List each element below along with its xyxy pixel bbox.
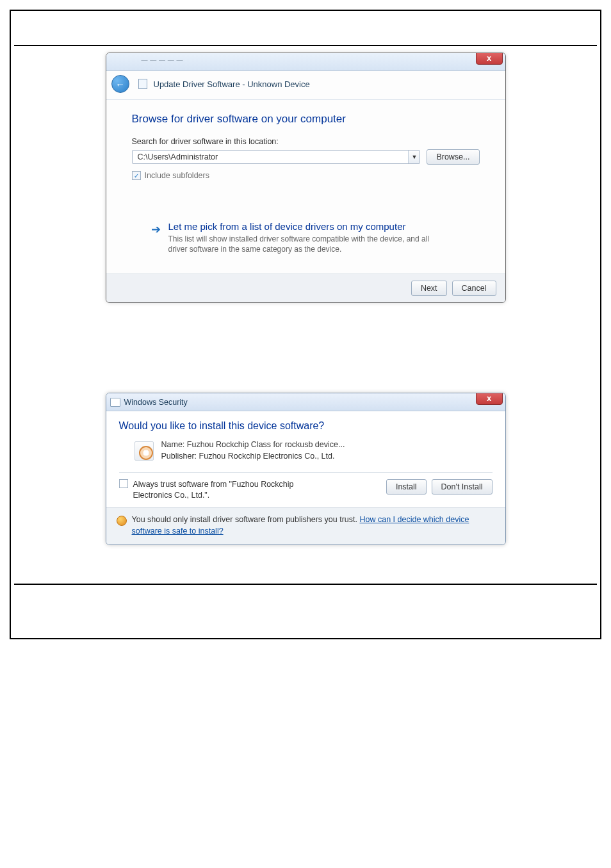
cancel-button[interactable]: Cancel	[452, 281, 496, 296]
security-main-instruction: Would you like to install this device so…	[119, 420, 493, 432]
driver-publisher-line: Publisher: Fuzhou Rockchip Electronics C…	[161, 451, 345, 463]
separator	[119, 472, 493, 473]
command-link-title: Let me pick from a list of device driver…	[168, 221, 450, 232]
path-dropdown-toggle[interactable]: ▼	[408, 151, 420, 163]
close-button[interactable]: x	[476, 53, 503, 65]
back-arrow-icon: ←	[115, 79, 125, 90]
command-link-description: This list will show installed driver sof…	[168, 234, 450, 254]
system-dialog-icon	[110, 398, 120, 407]
page-header-bar	[14, 14, 597, 46]
include-subfolders-label: Include subfolders	[145, 171, 209, 180]
chevron-down-icon: ▼	[411, 154, 417, 160]
parent-window-blur-text: — — — — —	[142, 56, 184, 63]
install-button[interactable]: Install	[386, 479, 427, 495]
check-icon: ✓	[134, 172, 139, 179]
security-close-button[interactable]: x	[476, 393, 503, 405]
browse-button[interactable]: Browse...	[427, 149, 479, 165]
path-input[interactable]	[133, 151, 409, 163]
back-button[interactable]: ←	[111, 75, 129, 93]
update-driver-dialog: — — — — — x ← Update Driver Software - U…	[106, 53, 506, 303]
path-combobox[interactable]: ▼	[132, 150, 421, 164]
wizard-header: ← Update Driver Software - Unknown Devic…	[106, 71, 505, 100]
security-title: Windows Security	[124, 398, 188, 407]
include-subfolders-checkbox[interactable]: ✓	[132, 171, 141, 180]
search-location-label: Search for driver software in this locat…	[132, 137, 480, 146]
next-button[interactable]: Next	[411, 281, 447, 296]
driver-doc-icon	[138, 79, 147, 89]
arrow-right-icon: ➔	[151, 222, 161, 254]
dont-install-button[interactable]: Don't Install	[432, 479, 493, 495]
security-titlebar: Windows Security x	[106, 393, 505, 411]
main-instruction: Browse for driver software on your compu…	[132, 113, 480, 126]
always-trust-label: Always trust software from "Fuzhou Rockc…	[133, 479, 325, 501]
wizard-footer: Next Cancel	[106, 274, 505, 302]
shield-warning-icon	[117, 516, 127, 526]
always-trust-checkbox[interactable]	[119, 479, 128, 488]
windows-security-dialog: Windows Security x Would you like to ins…	[106, 393, 506, 545]
driver-name-line: Name: Fuzhou Rockchip Class for rockusb …	[161, 439, 345, 451]
footer-note-text: You should only install driver software …	[132, 515, 360, 524]
security-footer-note: You should only install driver software …	[106, 507, 505, 545]
driver-disk-icon	[134, 441, 154, 461]
wizard-title: Update Driver Software - Unknown Device	[154, 79, 310, 89]
parent-window-titlebar: — — — — — x	[106, 53, 505, 71]
pick-from-list-command-link[interactable]: ➔ Let me pick from a list of device driv…	[132, 218, 480, 270]
page-footer-bar	[14, 584, 597, 609]
